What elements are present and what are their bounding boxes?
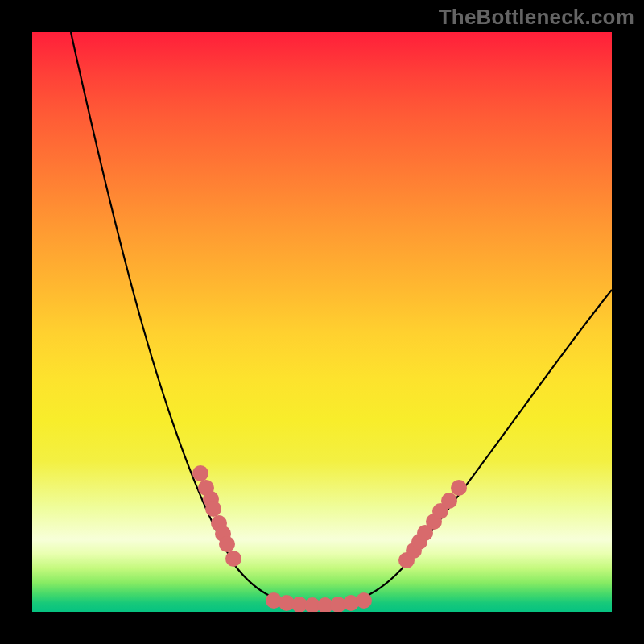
data-marker <box>219 536 235 552</box>
data-marker <box>441 493 457 509</box>
data-marker <box>205 501 221 517</box>
data-marker <box>192 465 208 481</box>
chart-svg <box>32 32 612 612</box>
attribution-text: TheBottleneck.com <box>439 5 634 30</box>
bottleneck-curve <box>71 32 612 605</box>
data-marker <box>451 480 467 496</box>
data-markers <box>192 465 467 612</box>
gradient-plot-area <box>32 32 612 612</box>
data-marker <box>356 592 372 609</box>
data-marker <box>225 551 242 567</box>
